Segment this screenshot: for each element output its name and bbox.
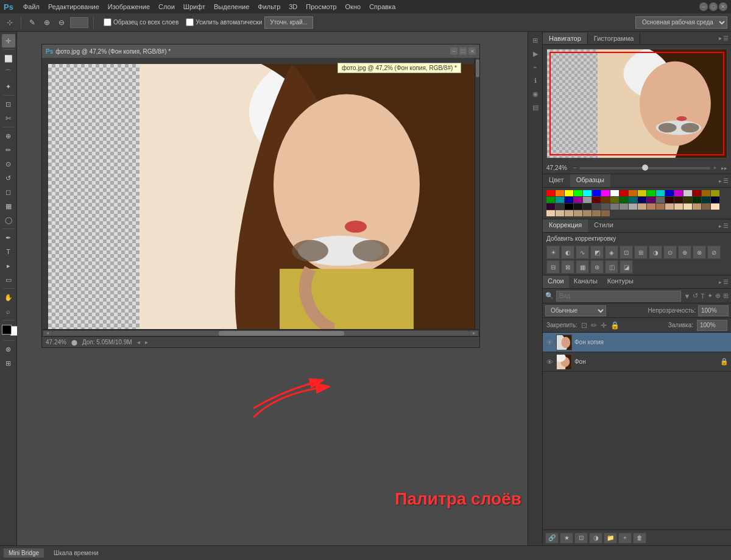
swatch-item[interactable] bbox=[711, 190, 719, 196]
side-layers2-icon[interactable]: ▤ bbox=[529, 101, 542, 113]
lock-all-icon[interactable]: 🔒 bbox=[610, 321, 620, 330]
scroll-right-button[interactable]: ▸ bbox=[470, 331, 478, 336]
corr-color-lookup[interactable]: ⊗ bbox=[693, 246, 706, 259]
vertical-scroll-thumb[interactable] bbox=[476, 59, 479, 77]
swatch-item[interactable] bbox=[693, 190, 701, 196]
swatch-item[interactable] bbox=[583, 210, 592, 216]
swatch-item[interactable] bbox=[601, 210, 610, 216]
tool-hand[interactable]: ✋ bbox=[2, 291, 15, 304]
tab-corrections[interactable]: Коррекция bbox=[543, 219, 588, 232]
swatch-item[interactable] bbox=[629, 190, 637, 196]
corr-brightness[interactable]: ☀ bbox=[546, 246, 560, 259]
close-button[interactable]: ✕ bbox=[719, 2, 727, 11]
status-arrow2[interactable]: ▸ bbox=[145, 339, 148, 346]
layer-row-fon[interactable]: 👁 Фон 🔒 bbox=[543, 352, 731, 372]
scroll-left-button[interactable]: ◂ bbox=[43, 331, 52, 336]
layer-group-button[interactable]: 📁 bbox=[604, 533, 617, 544]
tool-quick-mask[interactable]: ⊗ bbox=[2, 342, 15, 356]
layer-mask-button[interactable]: ⊡ bbox=[574, 533, 588, 544]
corr-curves[interactable]: ∿ bbox=[576, 246, 589, 259]
side-info-icon[interactable]: ℹ bbox=[529, 74, 542, 87]
vertical-scrollbar[interactable] bbox=[475, 58, 479, 329]
swatch-item[interactable] bbox=[693, 204, 701, 210]
swatch-item[interactable] bbox=[601, 190, 610, 196]
horizontal-scrollbar[interactable]: ◂ ▸ bbox=[42, 329, 479, 336]
swatch-item[interactable] bbox=[565, 190, 573, 196]
swatch-item[interactable] bbox=[647, 204, 655, 210]
menu-view[interactable]: Просмотр bbox=[302, 2, 340, 12]
swatch-item[interactable] bbox=[702, 197, 710, 203]
corr-threshold[interactable]: ⊠ bbox=[561, 260, 574, 274]
layers-action1-icon[interactable]: ↺ bbox=[693, 292, 698, 300]
maximize-button[interactable]: □ bbox=[709, 2, 718, 11]
layers-action5-icon[interactable]: ⊞ bbox=[723, 292, 729, 300]
swatch-item[interactable] bbox=[665, 190, 674, 196]
sample-all-layers-checkbox[interactable]: Образец со всех слоев bbox=[104, 18, 178, 26]
swatch-item[interactable] bbox=[683, 197, 692, 203]
tab-navigator[interactable]: Навигатор bbox=[543, 33, 588, 44]
corr-photo-filter[interactable]: ⊙ bbox=[663, 246, 677, 259]
tool-zoom[interactable]: ⌕ bbox=[2, 305, 15, 318]
zoom-out-icon[interactable]: − bbox=[573, 165, 577, 171]
tab-swatches[interactable]: Образцы bbox=[570, 174, 610, 187]
tool-brush[interactable]: ✏ bbox=[2, 143, 15, 157]
tab-mini-bridge[interactable]: Mini Bridge bbox=[4, 548, 44, 558]
tool-path-select[interactable]: ▸ bbox=[2, 259, 15, 272]
swatch-item[interactable] bbox=[674, 197, 683, 203]
scrollbar-thumb[interactable] bbox=[219, 331, 344, 336]
layer-adjustment-button[interactable]: ◑ bbox=[589, 533, 602, 544]
corr-hsl[interactable]: ⊡ bbox=[620, 246, 633, 259]
opacity-input[interactable] bbox=[698, 305, 729, 316]
swatch-item[interactable] bbox=[702, 204, 710, 210]
lock-position-icon[interactable]: ✛ bbox=[601, 321, 607, 330]
color-panel-menu[interactable]: ☰ bbox=[723, 177, 729, 184]
swatch-item[interactable] bbox=[601, 204, 610, 210]
color-panel-collapse[interactable]: ▸ bbox=[719, 178, 722, 184]
brush-mode-icon[interactable]: ⊕ bbox=[41, 16, 53, 29]
swatch-item[interactable] bbox=[702, 190, 710, 196]
menu-layers[interactable]: Слои bbox=[155, 2, 178, 12]
menu-window[interactable]: Окно bbox=[342, 2, 365, 12]
side-navigator-icon[interactable]: ⊞ bbox=[529, 34, 542, 46]
panel-collapse-btn[interactable]: ▸▸ bbox=[721, 165, 727, 171]
corr-posterize[interactable]: ⊟ bbox=[546, 260, 560, 274]
layer-new-button[interactable]: + bbox=[618, 533, 632, 544]
swatch-item[interactable] bbox=[592, 204, 601, 210]
corr-invert[interactable]: ⊘ bbox=[707, 246, 721, 259]
menu-help[interactable]: Справка bbox=[366, 2, 399, 12]
fg-color-swatch[interactable] bbox=[2, 325, 12, 335]
swatch-item[interactable] bbox=[546, 190, 555, 196]
swatch-item[interactable] bbox=[610, 197, 619, 203]
swatch-item[interactable] bbox=[656, 204, 665, 210]
swatch-item[interactable] bbox=[565, 210, 573, 216]
swatch-item[interactable] bbox=[592, 210, 601, 216]
brush-size-input[interactable]: 5 bbox=[70, 17, 88, 28]
panel-collapse-icon[interactable]: ▸ bbox=[719, 35, 722, 41]
minimize-button[interactable]: ─ bbox=[699, 2, 708, 11]
layer-visibility-icon-2[interactable]: 👁 bbox=[545, 358, 554, 366]
swatch-item[interactable] bbox=[620, 204, 628, 210]
swatch-item[interactable] bbox=[629, 197, 637, 203]
lock-transparent-icon[interactable]: ⊡ bbox=[581, 321, 587, 330]
lock-brush-icon[interactable]: ✏ bbox=[591, 321, 597, 330]
tool-eraser[interactable]: ◻ bbox=[2, 185, 15, 199]
layers-filter-icon[interactable]: ▼ bbox=[683, 292, 690, 300]
tool-eyedropper[interactable]: ✄ bbox=[2, 112, 15, 125]
swatch-item[interactable] bbox=[665, 204, 674, 210]
side-play-icon[interactable]: ▶ bbox=[529, 48, 542, 60]
brush-sub-icon[interactable]: ⊖ bbox=[55, 16, 68, 29]
swatch-item[interactable] bbox=[592, 190, 601, 196]
tool-select-icon[interactable]: ⊹ bbox=[4, 16, 16, 29]
swatch-item[interactable] bbox=[574, 210, 582, 216]
tool-marquee[interactable]: ⬜ bbox=[2, 52, 15, 65]
corrections-collapse[interactable]: ▸ bbox=[719, 223, 722, 229]
swatch-item[interactable] bbox=[656, 190, 665, 196]
swatch-item[interactable] bbox=[638, 190, 646, 196]
tab-layers[interactable]: Слои bbox=[543, 275, 569, 288]
swatch-item[interactable] bbox=[638, 197, 646, 203]
layers-action4-icon[interactable]: ⊕ bbox=[715, 292, 721, 300]
swatch-item[interactable] bbox=[683, 190, 692, 196]
side-histogram-icon[interactable]: ⌁ bbox=[529, 61, 542, 73]
layer-style-button[interactable]: ★ bbox=[560, 533, 573, 544]
swatch-item[interactable] bbox=[556, 190, 564, 196]
